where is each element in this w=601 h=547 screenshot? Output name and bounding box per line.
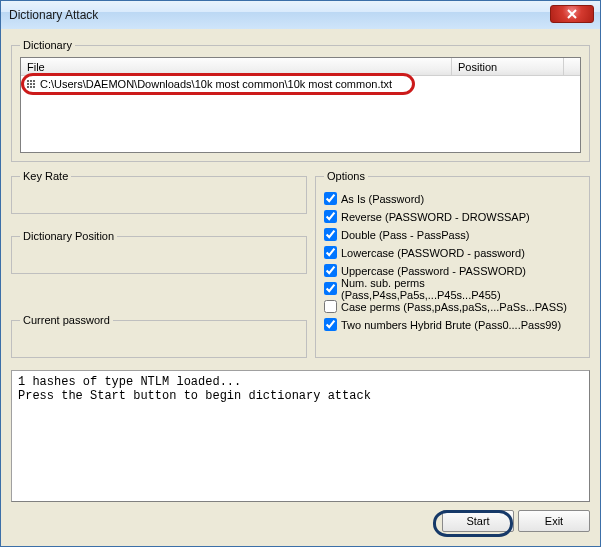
option-as-is-label: As Is (Password)	[341, 193, 424, 205]
option-num-sub-label: Num. sub. perms (Pass,P4ss,Pa5s,...P45s.…	[341, 277, 581, 301]
option-double-label: Double (Pass - PassPass)	[341, 229, 469, 241]
option-hybrid-brute-checkbox[interactable]	[324, 318, 337, 331]
svg-point-2	[33, 80, 35, 82]
option-uppercase-checkbox[interactable]	[324, 264, 337, 277]
window-title: Dictionary Attack	[9, 8, 98, 22]
option-as-is-checkbox[interactable]	[324, 192, 337, 205]
file-path-text: C:\Users\DAEMON\Downloads\10k most commo…	[40, 78, 392, 90]
option-reverse-label: Reverse (PASSWORD - DROWSSAP)	[341, 211, 530, 223]
current-password-group: Current password	[11, 314, 307, 358]
start-button[interactable]: Start	[442, 510, 514, 532]
svg-point-4	[30, 83, 32, 85]
close-icon	[567, 9, 577, 19]
column-header-file[interactable]: File	[21, 58, 452, 75]
option-num-sub-checkbox[interactable]	[324, 282, 337, 295]
dictionary-position-legend: Dictionary Position	[20, 230, 117, 242]
options-list: As Is (Password) Reverse (PASSWORD - DRO…	[324, 188, 581, 333]
option-lowercase-checkbox[interactable]	[324, 246, 337, 259]
button-row: Start Exit	[11, 510, 590, 536]
option-reverse-checkbox[interactable]	[324, 210, 337, 223]
options-legend: Options	[324, 170, 368, 182]
column-header-spacer	[564, 58, 580, 75]
dictionary-group: Dictionary File Position	[11, 39, 590, 162]
key-rate-legend: Key Rate	[20, 170, 71, 182]
svg-point-6	[27, 86, 29, 88]
svg-point-3	[27, 83, 29, 85]
option-case-perms-label: Case perms (Pass,pAss,paSs,...PaSs...PAS…	[341, 301, 567, 313]
dictionary-listview[interactable]: File Position C:\Users\DAEMON\D	[20, 57, 581, 153]
dictionary-legend: Dictionary	[20, 39, 75, 51]
titlebar[interactable]: Dictionary Attack	[1, 1, 600, 29]
exit-button[interactable]: Exit	[518, 510, 590, 532]
listview-body: C:\Users\DAEMON\Downloads\10k most commo…	[21, 76, 580, 152]
svg-point-1	[30, 80, 32, 82]
dictionary-position-group: Dictionary Position	[11, 230, 307, 274]
svg-point-7	[30, 86, 32, 88]
option-uppercase-label: Uppercase (Password - PASSWORD)	[341, 265, 526, 277]
option-case-perms-checkbox[interactable]	[324, 300, 337, 313]
file-icon	[25, 78, 37, 90]
option-double-checkbox[interactable]	[324, 228, 337, 241]
svg-point-0	[27, 80, 29, 82]
svg-point-8	[33, 86, 35, 88]
svg-point-5	[33, 83, 35, 85]
client-area: Dictionary File Position	[1, 29, 600, 546]
current-password-legend: Current password	[20, 314, 113, 326]
column-header-position[interactable]: Position	[452, 58, 564, 75]
options-group: Options As Is (Password) Reverse (PASSWO…	[315, 170, 590, 358]
log-textarea[interactable]: 1 hashes of type NTLM loaded... Press th…	[11, 370, 590, 502]
option-hybrid-brute-label: Two numbers Hybrid Brute (Pass0....Pass9…	[341, 319, 561, 331]
list-item[interactable]: C:\Users\DAEMON\Downloads\10k most commo…	[21, 76, 580, 92]
listview-header: File Position	[21, 58, 580, 76]
close-button[interactable]	[550, 5, 594, 23]
key-rate-group: Key Rate	[11, 170, 307, 214]
dialog-window: Dictionary Attack Dictionary File Positi…	[0, 0, 601, 547]
option-lowercase-label: Lowercase (PASSWORD - password)	[341, 247, 525, 259]
